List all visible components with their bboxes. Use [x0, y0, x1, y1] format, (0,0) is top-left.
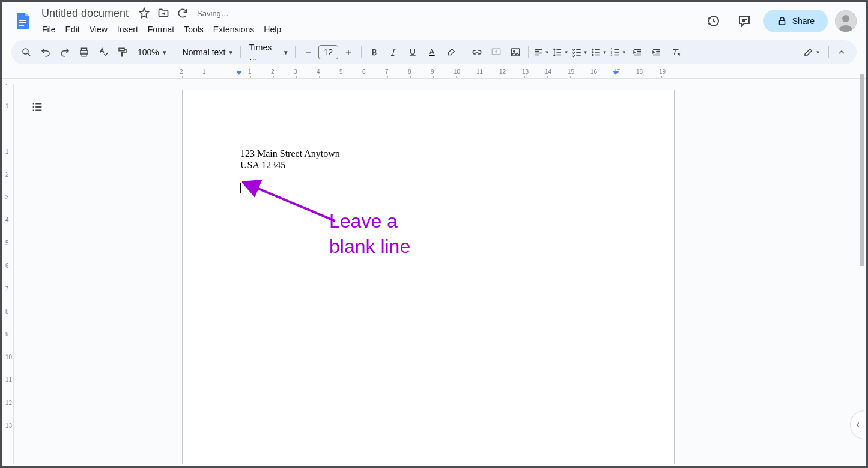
- chevron-down-icon: ▼: [283, 49, 289, 56]
- account-avatar[interactable]: [835, 10, 857, 32]
- svg-point-16: [592, 49, 593, 50]
- menu-help[interactable]: Help: [259, 22, 285, 37]
- line-spacing-dropdown[interactable]: ▼: [551, 43, 569, 61]
- toolbar: 100%▼ Normal text▼ Times …▼ 12 ▼ ▼ ▼ ▼ 1…: [11, 40, 857, 64]
- underline-button[interactable]: [404, 43, 422, 61]
- print-icon[interactable]: [75, 43, 93, 61]
- menu-file[interactable]: File: [38, 22, 60, 37]
- indent-marker-right[interactable]: [613, 71, 619, 75]
- decrease-font-size-button[interactable]: [299, 43, 317, 61]
- italic-button[interactable]: [384, 43, 402, 61]
- svg-point-6: [842, 15, 849, 22]
- chevron-down-icon: ▼: [228, 49, 234, 56]
- highlight-color-button[interactable]: [442, 43, 460, 61]
- bold-button[interactable]: [365, 43, 383, 61]
- svg-rect-4: [779, 20, 785, 25]
- menu-tools[interactable]: Tools: [180, 22, 208, 37]
- bulleted-list-dropdown[interactable]: ▼: [590, 43, 608, 61]
- zoom-dropdown[interactable]: 100%▼: [133, 44, 170, 61]
- docs-logo-icon[interactable]: [11, 9, 35, 33]
- undo-icon[interactable]: [37, 43, 55, 61]
- font-size-input[interactable]: 12: [318, 45, 338, 59]
- svg-point-15: [513, 50, 514, 52]
- svg-rect-2: [19, 25, 24, 26]
- editing-mode-dropdown[interactable]: ▼: [798, 43, 825, 61]
- menu-insert[interactable]: Insert: [113, 22, 142, 37]
- paint-format-icon[interactable]: [114, 43, 132, 61]
- font-dropdown[interactable]: Times …▼: [244, 44, 291, 61]
- star-icon[interactable]: [137, 6, 151, 20]
- menu-extensions[interactable]: Extensions: [209, 22, 258, 37]
- share-button[interactable]: Share: [763, 10, 828, 32]
- vertical-ruler[interactable]: 2112345678910111213: [4, 84, 14, 464]
- show-outline-button[interactable]: [27, 97, 47, 117]
- indent-marker-left[interactable]: [236, 71, 242, 75]
- move-icon[interactable]: [156, 6, 171, 20]
- chevron-down-icon: ▼: [162, 49, 168, 56]
- cloud-status-icon[interactable]: [175, 6, 190, 20]
- document-line-2[interactable]: USA 12345: [240, 159, 616, 171]
- svg-point-7: [23, 49, 28, 54]
- decrease-indent-button[interactable]: [628, 43, 646, 61]
- numbered-list-dropdown[interactable]: 123▼: [609, 43, 627, 61]
- increase-font-size-button[interactable]: [339, 43, 357, 61]
- insert-link-button[interactable]: [468, 43, 486, 61]
- paragraph-style-dropdown[interactable]: Normal text▼: [178, 44, 237, 61]
- svg-point-17: [592, 52, 593, 53]
- titlebar: Untitled document Saving… File Edit View…: [2, 2, 866, 40]
- document-page[interactable]: 123 Main Street Anytown USA 12345: [182, 90, 675, 464]
- increase-indent-button[interactable]: [648, 43, 666, 61]
- document-title[interactable]: Untitled document: [38, 6, 132, 21]
- search-menus-icon[interactable]: [17, 43, 35, 61]
- svg-rect-11: [119, 48, 124, 51]
- menu-view[interactable]: View: [85, 22, 112, 37]
- collapse-toolbar-button[interactable]: [833, 43, 851, 61]
- saving-status: Saving…: [197, 9, 229, 18]
- svg-text:3: 3: [610, 53, 612, 56]
- vertical-scrollbar[interactable]: [860, 74, 864, 266]
- svg-rect-0: [19, 20, 26, 21]
- checklist-dropdown[interactable]: ▼: [571, 43, 589, 61]
- history-icon[interactable]: [701, 9, 725, 33]
- menu-format[interactable]: Format: [144, 22, 178, 37]
- svg-point-18: [592, 54, 593, 55]
- text-cursor: [240, 183, 241, 193]
- svg-rect-1: [19, 22, 26, 23]
- lock-icon: [777, 16, 788, 26]
- menu-edit[interactable]: Edit: [61, 22, 84, 37]
- insert-image-button[interactable]: [506, 43, 524, 61]
- document-line-1[interactable]: 123 Main Street Anytown: [240, 148, 616, 159]
- align-dropdown[interactable]: ▼: [532, 43, 550, 61]
- text-color-button[interactable]: [423, 43, 441, 61]
- share-label: Share: [792, 16, 815, 26]
- document-workspace: 2112345678910111213 123 Main Street Anyt…: [4, 84, 863, 464]
- clear-formatting-button[interactable]: [667, 43, 685, 61]
- svg-rect-12: [429, 55, 434, 56]
- horizontal-ruler[interactable]: 2112345678910111213141516171819: [2, 69, 866, 79]
- menubar: File Edit View Insert Format Tools Exten…: [38, 22, 701, 37]
- add-comment-button[interactable]: [487, 43, 505, 61]
- redo-icon[interactable]: [56, 43, 74, 61]
- comments-icon[interactable]: [732, 9, 756, 33]
- spellcheck-icon[interactable]: [94, 43, 112, 61]
